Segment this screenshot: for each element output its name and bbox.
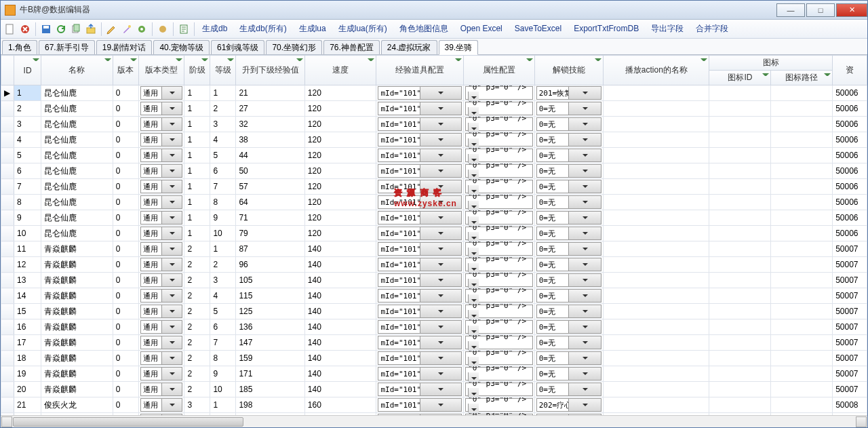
- cell-stage[interactable]: 2: [184, 257, 210, 273]
- cell-iconpath[interactable]: [771, 335, 833, 351]
- row-selector[interactable]: [1, 335, 14, 351]
- row-selector[interactable]: [1, 179, 14, 195]
- tab-7[interactable]: 24.虚拟玩家: [381, 40, 437, 54]
- row-selector[interactable]: [1, 241, 14, 257]
- cell-action[interactable]: [604, 241, 709, 257]
- cell-ver[interactable]: 0: [113, 195, 138, 210]
- cell-attrcfg[interactable]: "0" p3="0" />: [464, 148, 535, 163]
- chevron-down-icon[interactable]: [568, 102, 601, 115]
- cell-skill[interactable]: 0=无: [534, 241, 603, 257]
- chevron-down-icon[interactable]: [420, 399, 461, 411]
- cell-iconid[interactable]: [709, 351, 771, 366]
- cell-skill[interactable]: 0=无: [534, 351, 603, 366]
- chevron-down-icon[interactable]: [420, 243, 461, 255]
- cell-iconpath[interactable]: [771, 226, 833, 241]
- combo-cell[interactable]: 通用: [140, 383, 183, 396]
- gear-icon[interactable]: [135, 22, 149, 36]
- cell-iconpath[interactable]: [771, 210, 833, 226]
- cell-stage[interactable]: 1: [184, 117, 210, 132]
- cell-iconpath[interactable]: [771, 85, 833, 101]
- chevron-down-icon[interactable]: [420, 102, 461, 115]
- cell-ver[interactable]: 0: [113, 101, 138, 117]
- cell-iconid[interactable]: [709, 366, 771, 382]
- cell-exp[interactable]: 79: [236, 226, 304, 241]
- cell-vtype[interactable]: 通用: [138, 101, 184, 117]
- combo-cell[interactable]: 通用: [140, 86, 183, 100]
- cell-id[interactable]: 1: [14, 85, 41, 101]
- cell-spd[interactable]: 120: [304, 210, 376, 226]
- combo-cell[interactable]: 0=无: [536, 289, 601, 303]
- row-selector[interactable]: [1, 132, 14, 148]
- chevron-down-icon[interactable]: [568, 352, 601, 364]
- cell-vtype[interactable]: 通用: [138, 382, 184, 397]
- combo-cell[interactable]: mId="101" /> <: [378, 133, 462, 147]
- cell-id[interactable]: 8: [14, 195, 41, 210]
- horizontal-scrollbar[interactable]: [1, 415, 867, 427]
- combo-cell[interactable]: mId="101" /> <: [378, 149, 462, 162]
- cell-id[interactable]: 17: [14, 335, 41, 351]
- cell-iconid[interactable]: [709, 382, 771, 397]
- combo-cell[interactable]: mId="101" /> <: [378, 383, 462, 396]
- chevron-down-icon[interactable]: [420, 383, 461, 395]
- combo-cell[interactable]: mId="101" /> <: [378, 367, 462, 381]
- cell-res[interactable]: 50007: [833, 257, 867, 273]
- combo-cell[interactable]: mId="101" /> <: [378, 258, 462, 271]
- cell-itemcfg[interactable]: mId="101" /> <: [376, 319, 464, 335]
- cell-id[interactable]: 14: [14, 288, 41, 304]
- cell-spd[interactable]: 120: [304, 226, 376, 241]
- cell-spd[interactable]: 120: [304, 179, 376, 195]
- cell-name[interactable]: 昆仑仙鹿: [41, 117, 113, 132]
- combo-cell[interactable]: "0" p3="0" />: [465, 133, 533, 147]
- cell-attrcfg[interactable]: "0" p3="0" />: [464, 382, 535, 397]
- chevron-down-icon[interactable]: [468, 138, 479, 148]
- cell-lvl[interactable]: 8: [210, 351, 236, 366]
- cell-vtype[interactable]: 通用: [138, 148, 184, 163]
- cell-spd[interactable]: 160: [304, 397, 376, 413]
- combo-cell[interactable]: 通用: [140, 336, 183, 349]
- menu-1[interactable]: 生成db(所有): [235, 24, 290, 33]
- cell-action[interactable]: [604, 117, 709, 132]
- cell-skill[interactable]: 0=无: [534, 117, 603, 132]
- combo-cell[interactable]: "0" p3="0" />: [465, 398, 533, 412]
- chevron-down-icon[interactable]: [420, 212, 461, 224]
- combo-cell[interactable]: 通用: [140, 367, 183, 381]
- cell-ver[interactable]: 0: [113, 163, 138, 179]
- cell-itemcfg[interactable]: mId="101" /> <: [376, 288, 464, 304]
- filter-icon[interactable]: [176, 57, 182, 64]
- row-selector-header[interactable]: [1, 56, 14, 85]
- tab-6[interactable]: 76.神兽配置: [323, 40, 380, 54]
- cell-stage[interactable]: 3: [184, 397, 210, 413]
- cell-action[interactable]: [604, 397, 709, 413]
- cell-iconid[interactable]: [709, 304, 771, 319]
- col-header[interactable]: 经验道具配置: [376, 56, 464, 85]
- cell-exp[interactable]: 198: [236, 397, 304, 413]
- chevron-down-icon[interactable]: [568, 243, 601, 255]
- combo-cell[interactable]: 201=恢复诀: [536, 86, 601, 100]
- combo-cell[interactable]: mId="101" /> <: [378, 242, 462, 256]
- combo-cell[interactable]: 通用: [140, 117, 183, 131]
- combo-cell[interactable]: 0=无: [536, 383, 601, 396]
- cell-action[interactable]: [604, 273, 709, 288]
- combo-cell[interactable]: 通用: [140, 211, 183, 225]
- cell-res[interactable]: 50008: [833, 397, 867, 413]
- chevron-down-icon[interactable]: [468, 185, 479, 195]
- cell-skill[interactable]: 0=无: [534, 226, 603, 241]
- save-icon[interactable]: [39, 22, 53, 36]
- chevron-down-icon[interactable]: [468, 248, 479, 257]
- cell-action[interactable]: [604, 226, 709, 241]
- chevron-down-icon[interactable]: [161, 352, 182, 364]
- filter-icon[interactable]: [526, 57, 533, 64]
- chevron-down-icon[interactable]: [420, 227, 461, 239]
- cell-iconid[interactable]: [709, 288, 771, 304]
- chevron-down-icon[interactable]: [420, 258, 461, 271]
- cell-id[interactable]: 4: [14, 132, 41, 148]
- cell-skill[interactable]: 0=无: [534, 319, 603, 335]
- col-group-header[interactable]: 图标: [709, 56, 833, 71]
- cell-iconid[interactable]: [709, 273, 771, 288]
- cell-id[interactable]: 5: [14, 148, 41, 163]
- chevron-down-icon[interactable]: [468, 372, 479, 382]
- chevron-down-icon[interactable]: [420, 165, 461, 177]
- refresh-icon[interactable]: [54, 22, 68, 36]
- cell-exp[interactable]: 96: [236, 257, 304, 273]
- cell-id[interactable]: 18: [14, 351, 41, 366]
